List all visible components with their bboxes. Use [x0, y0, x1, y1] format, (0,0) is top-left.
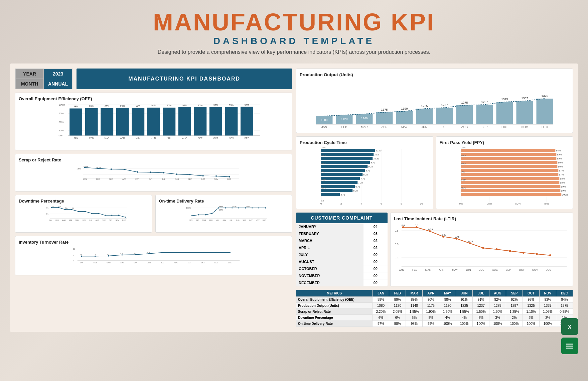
svg-text:APR: APR: [439, 268, 444, 271]
svg-point-119: [238, 207, 239, 209]
svg-text:MAR: MAR: [107, 262, 111, 264]
svg-rect-334: [566, 346, 573, 347]
svg-text:SEP: SEP: [505, 268, 511, 271]
svg-text:JUN: JUN: [149, 178, 152, 180]
svg-text:FEB: FEB: [94, 262, 97, 264]
page-header: MANUFACTURING KPI DASHBOARD TEMPLATE Des…: [0, 0, 588, 60]
svg-point-152: [162, 252, 163, 253]
metric-value: 100%: [473, 321, 489, 327]
metric-value: 88%: [373, 297, 389, 303]
metric-value: 98%: [406, 321, 423, 327]
svg-text:OCT: OCT: [213, 137, 218, 139]
svg-text:0.5: 0.5: [395, 229, 399, 232]
svg-text:JAN: JAN: [189, 219, 192, 221]
svg-text:MAY: MAY: [461, 162, 466, 165]
svg-text:JUL: JUL: [321, 170, 325, 173]
value-cell: 00: [363, 265, 388, 272]
excel-icon-2[interactable]: [561, 338, 578, 354]
metric-value: 1225: [456, 303, 473, 309]
svg-text:2%: 2%: [46, 213, 48, 215]
svg-text:DEC: DEC: [245, 137, 250, 139]
metrics-table: METRICS JAN FEB MAR APR MAY JUN JUL AUG …: [296, 290, 573, 327]
svg-text:0.45: 0.45: [455, 236, 459, 238]
svg-rect-335: [566, 348, 573, 349]
excel-icon-1[interactable]: X: [561, 318, 578, 335]
svg-text:JUN: JUN: [466, 268, 471, 271]
svg-text:AUG: AUG: [492, 268, 498, 271]
metric-name: On-time Delivery Rate: [296, 321, 373, 327]
downtime-box: Downtime Percentage 4% 2%: [15, 195, 152, 233]
value-cell: 00: [363, 258, 388, 265]
metric-value: 99%: [423, 321, 439, 327]
svg-text:JAN: JAN: [321, 125, 327, 129]
kpi-dashboard-title-block: MANUFACTURING KPI DASHBOARD: [77, 69, 292, 89]
svg-point-86: [85, 211, 86, 212]
svg-text:SEP: SEP: [461, 178, 466, 181]
metric-value: 2%: [506, 315, 523, 321]
downtime-otd-row: Downtime Percentage 4% 2%: [15, 195, 292, 233]
dashboard-container: YEAR 2023 MONTH ANNUAL MANUFACTURING KPI…: [10, 64, 578, 332]
svg-rect-37: [209, 107, 222, 135]
year-label: YEAR: [15, 69, 44, 79]
year-value: 2023: [44, 69, 72, 79]
svg-text:JUL: JUL: [229, 219, 232, 221]
svg-text:0.6: 0.6: [401, 224, 405, 227]
svg-rect-244: [321, 181, 357, 184]
month-cell: JULY: [296, 251, 363, 258]
svg-point-121: [251, 207, 253, 209]
svg-text:99%: 99%: [561, 189, 566, 192]
svg-text:1375: 1375: [541, 94, 548, 98]
svg-text:JAN: JAN: [83, 178, 87, 180]
otd-box: On-time Delivery Rate 100%: [155, 195, 292, 233]
svg-point-112: [191, 215, 192, 217]
svg-rect-333: [566, 344, 573, 345]
svg-text:6: 6: [381, 202, 382, 205]
metric-value: 1140: [406, 303, 423, 309]
svg-text:8: 8: [401, 202, 402, 205]
metric-value: 98%: [389, 321, 406, 327]
svg-text:OCT: OCT: [201, 178, 205, 180]
svg-text:SEP: SEP: [198, 137, 202, 139]
svg-text:95%: 95%: [557, 157, 562, 160]
metrics-header-dec: DEC: [556, 290, 573, 297]
metric-value: 1.10%: [523, 309, 540, 315]
svg-text:4: 4: [360, 202, 362, 205]
svg-text:MAY: MAY: [76, 219, 79, 221]
svg-rect-288: [461, 189, 560, 192]
svg-text:SEP: SEP: [188, 262, 191, 264]
inventory-title: Inventory Turnover Rate: [19, 240, 288, 245]
left-column: YEAR 2023 MONTH ANNUAL MANUFACTURING KPI…: [15, 69, 292, 327]
svg-text:8.75: 8.75: [365, 169, 370, 172]
metric-value: 100%: [523, 321, 540, 327]
svg-rect-237: [321, 169, 365, 172]
metrics-header-mar: MAR: [406, 290, 423, 297]
metrics-header-feb: FEB: [389, 290, 406, 297]
otd-title: On-time Delivery Rate: [159, 199, 289, 204]
svg-text:93%: 93%: [229, 104, 234, 106]
svg-text:5%: 5%: [72, 207, 75, 209]
metric-name: Overall Equipment Efficiency (OEE): [296, 297, 373, 303]
production-output-title: Production Output (Units): [300, 72, 569, 77]
ltir-box: Lost Time Incident Rate (LTIR) 0.5 0.3 0…: [390, 213, 573, 286]
svg-text:MAY: MAY: [136, 137, 141, 139]
svg-rect-34: [194, 107, 206, 135]
table-row: On-time Delivery Rate 97% 98% 98% 99% 10…: [296, 321, 573, 327]
svg-text:8.75: 8.75: [134, 252, 137, 254]
value-cell: 02: [363, 244, 388, 251]
svg-point-115: [211, 213, 212, 214]
complaint-title: CUSTOMER COMPLAINT: [296, 213, 388, 223]
metric-name: Production Output (Units): [296, 303, 373, 309]
svg-text:50%: 50%: [515, 202, 521, 205]
month-cell: DECEMBER: [296, 279, 363, 286]
svg-point-52: [111, 168, 112, 170]
metric-value: 93%: [539, 297, 556, 303]
metric-value: 1237: [473, 303, 489, 309]
svg-rect-281: [461, 177, 559, 180]
svg-text:1287: 1287: [481, 100, 488, 104]
metric-value: 4%: [456, 315, 473, 321]
svg-point-311: [549, 254, 551, 256]
svg-point-307: [495, 248, 497, 250]
scrap-svg: 1.5%: [29, 165, 287, 182]
svg-text:1175: 1175: [381, 108, 388, 111]
svg-text:100%: 100%: [562, 194, 568, 196]
